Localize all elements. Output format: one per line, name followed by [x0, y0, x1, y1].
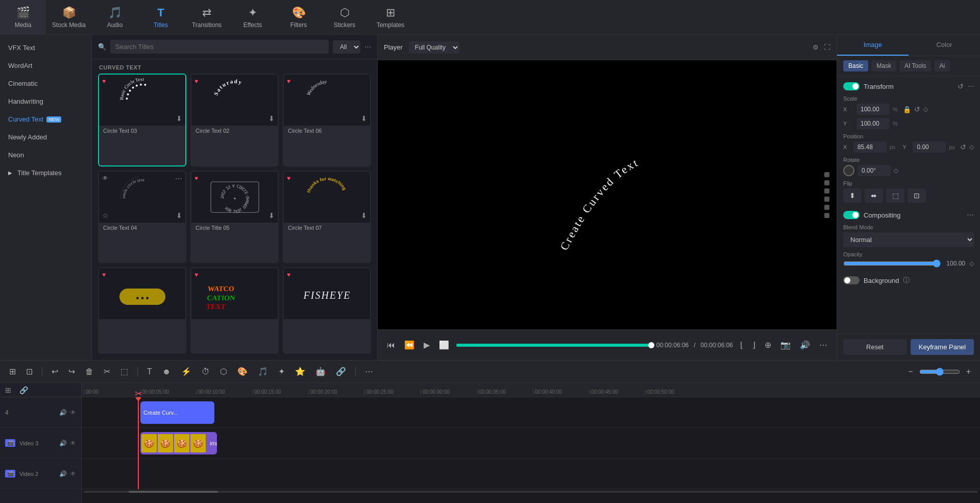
- track4-eye-icon[interactable]: 👁: [70, 409, 76, 416]
- tl-motion-button[interactable]: ⬡: [217, 365, 230, 378]
- tl-cut-button[interactable]: ✂: [101, 365, 113, 378]
- more-controls-button[interactable]: ⋯: [817, 338, 829, 352]
- sub-tab-mask[interactable]: Mask: [871, 60, 896, 71]
- opacity-slider[interactable]: [843, 259, 941, 268]
- tab-color[interactable]: Color: [909, 35, 980, 56]
- nav-titles[interactable]: T Titles: [138, 0, 184, 35]
- position-x-input[interactable]: [853, 141, 887, 153]
- compositing-toggle[interactable]: [843, 211, 860, 219]
- flip-horizontal-button[interactable]: ⬌: [865, 188, 883, 203]
- tl-emoji-button[interactable]: ☻: [159, 365, 174, 378]
- add-to-timeline-button[interactable]: ⊕: [763, 338, 773, 352]
- sidebar-item-newly-added[interactable]: Newly Added: [0, 128, 91, 146]
- tl-zoom-slider[interactable]: [919, 368, 960, 376]
- track2-eye-icon[interactable]: 👁: [70, 470, 76, 477]
- download-icon[interactable]: ⬇: [176, 114, 182, 123]
- scale-keyframe-icon[interactable]: ◇: [923, 106, 928, 113]
- tl-snap-button[interactable]: 🔗: [333, 365, 349, 378]
- favorite-icon[interactable]: ♥: [194, 78, 198, 85]
- clip-create-curv[interactable]: Create Curv...: [140, 401, 214, 424]
- grid-item-circle-text-04[interactable]: 👁 ⋯ smile circle text · · · · · · · · · …: [98, 171, 186, 264]
- grid-item-circle-title-05[interactable]: ♥ THIS IS A CIRCLE-SHAPED TEXT BOX ● ⬇ C…: [190, 171, 279, 264]
- sub-tab-basic[interactable]: Basic: [843, 60, 868, 71]
- download-icon[interactable]: ⬇: [268, 114, 275, 123]
- progress-bar[interactable]: [456, 344, 651, 347]
- player-settings-icon[interactable]: ⚙: [813, 43, 819, 51]
- sidebar-item-title-templates[interactable]: ▶ Title Templates: [0, 164, 91, 182]
- sidebar-item-vfx-text[interactable]: VFX Text: [0, 39, 91, 57]
- mark-out-button[interactable]: ⌋: [750, 338, 757, 352]
- tl-link-icon[interactable]: 🔗: [19, 386, 28, 394]
- grid-item-style-2[interactable]: ♥ WATCO CATION TEXT: [190, 267, 279, 354]
- nav-filters[interactable]: 🎨 Filters: [276, 0, 322, 35]
- grid-item-style-1[interactable]: ♥ ● ● ●: [98, 267, 186, 354]
- favorite-icon[interactable]: ♥: [102, 271, 106, 278]
- sidebar-item-wordart[interactable]: WordArt: [0, 57, 91, 75]
- grid-item-circle-text-02[interactable]: ♥ Saturady ⬇ Circle Text 02: [190, 74, 279, 166]
- play-button[interactable]: ▶: [422, 338, 432, 352]
- grid-item-circle-text-03[interactable]: ♥ Basic Circle Text ● ● ● ● ● ● ● ⬇ Circ…: [98, 74, 186, 166]
- tl-add-icon[interactable]: ⊞: [5, 386, 11, 394]
- tl-redo-button[interactable]: ↪: [65, 365, 78, 378]
- flip-btn-4[interactable]: ⊡: [908, 188, 926, 203]
- transform-expand[interactable]: ⋯: [968, 83, 974, 90]
- download-icon[interactable]: ⬇: [176, 211, 182, 220]
- sidebar-item-cinematic[interactable]: Cinematic: [0, 75, 91, 92]
- track3-eye-icon[interactable]: 👁: [70, 440, 76, 447]
- nav-stickers[interactable]: ⬡ Stickers: [322, 0, 368, 35]
- download-icon[interactable]: ⬇: [268, 211, 275, 220]
- grid-item-style-3[interactable]: ♥ FISHEYE: [283, 267, 371, 354]
- nav-transitions[interactable]: ⇄ Transitions: [184, 0, 230, 35]
- sub-tab-ai-tools[interactable]: AI Tools: [899, 60, 931, 71]
- scale-x-input[interactable]: [856, 104, 890, 115]
- tl-undo-button[interactable]: ↩: [48, 365, 61, 378]
- tl-color-button[interactable]: 🎨: [234, 365, 251, 378]
- track3-speaker-icon[interactable]: 🔊: [59, 440, 67, 447]
- favorite-icon[interactable]: ♥: [287, 175, 290, 182]
- position-y-input[interactable]: [913, 141, 946, 153]
- track2-speaker-icon[interactable]: 🔊: [59, 470, 67, 477]
- more-icon[interactable]: ⋯: [175, 175, 182, 183]
- favorite-icon[interactable]: ♥: [287, 271, 290, 278]
- download-icon[interactable]: ⬇: [361, 114, 367, 123]
- tl-split-button[interactable]: ⚡: [178, 365, 194, 378]
- sidebar-item-neon[interactable]: Neon: [0, 146, 91, 164]
- tl-sticker-button[interactable]: ⭐: [292, 365, 308, 378]
- filter-select[interactable]: All: [333, 40, 360, 54]
- background-toggle[interactable]: [843, 276, 860, 284]
- compositing-reset[interactable]: ⋯: [967, 211, 974, 219]
- reset-button[interactable]: Reset: [843, 339, 906, 355]
- favorite-icon[interactable]: ♥: [194, 175, 198, 182]
- grid-item-circle-text-07[interactable]: ♥ thanks for watching ⬇ Circle Text 07: [283, 171, 371, 264]
- favorite-icon[interactable]: ♥: [194, 271, 198, 278]
- position-keyframe-icon[interactable]: ◇: [969, 143, 974, 151]
- rotate-input[interactable]: [857, 165, 891, 176]
- tl-zoom-out-button[interactable]: −: [905, 365, 916, 378]
- tl-select-button[interactable]: ⊡: [23, 365, 36, 378]
- tl-scrollbar[interactable]: [82, 489, 980, 494]
- snapshot-button[interactable]: 📷: [778, 338, 793, 352]
- transform-toggle[interactable]: [843, 82, 860, 90]
- player-fullscreen-icon[interactable]: ⛶: [824, 43, 830, 51]
- nav-effects[interactable]: ✦ Effects: [230, 0, 276, 35]
- progress-knob[interactable]: [648, 342, 654, 348]
- tl-add-track-button[interactable]: ⊞: [6, 365, 19, 378]
- sidebar-item-curved-text[interactable]: Curved Text NEW: [0, 110, 91, 128]
- more-options-icon[interactable]: ⋯: [364, 43, 371, 51]
- clip-images-re[interactable]: 🍪 🍪 🍪 🍪 images-re...: [140, 432, 217, 454]
- scale-lock-icon[interactable]: 🔒: [903, 106, 911, 113]
- sub-tab-ai[interactable]: Ai: [934, 60, 950, 71]
- tab-image[interactable]: Image: [837, 35, 909, 56]
- sidebar-item-handwriting[interactable]: Handwriting: [0, 92, 91, 110]
- opacity-keyframe-icon[interactable]: ◇: [969, 260, 974, 267]
- download-icon[interactable]: ⬇: [361, 211, 367, 220]
- favorite-icon[interactable]: ♥: [102, 78, 106, 85]
- tl-more-button[interactable]: ⋯: [362, 365, 376, 378]
- rotate-keyframe-icon[interactable]: ◇: [894, 167, 898, 174]
- scale-reset-icon[interactable]: ↺: [914, 105, 920, 113]
- nav-stock-media[interactable]: 📦 Stock Media: [46, 0, 92, 35]
- tl-speed-button[interactable]: ⏱: [199, 365, 213, 378]
- nav-audio[interactable]: 🎵 Audio: [92, 0, 138, 35]
- tl-effects-button[interactable]: ✦: [275, 365, 288, 378]
- background-info-icon[interactable]: ⓘ: [903, 276, 910, 285]
